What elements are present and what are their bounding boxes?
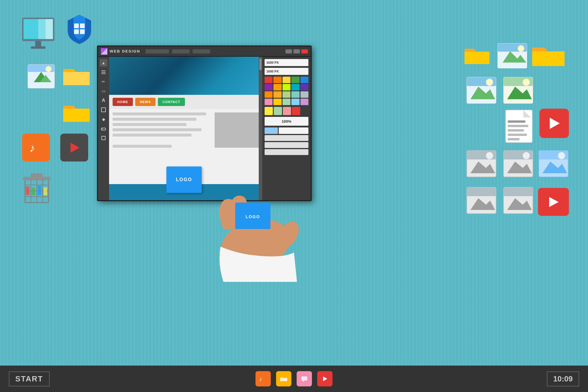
website-content-preview (109, 109, 262, 154)
music-icon[interactable]: ♪ (22, 134, 50, 161)
image-icon-br5[interactable] (503, 186, 534, 214)
svg-rect-54 (508, 125, 528, 127)
sticky-yellow[interactable] (265, 107, 273, 115)
layer-item-2[interactable] (265, 142, 308, 148)
content-line-1 (113, 112, 206, 115)
nav-home-button: HOME (113, 98, 133, 106)
rect-tool[interactable]: ▭ (100, 87, 107, 95)
maximize-button[interactable] (293, 49, 300, 53)
document-icon[interactable] (504, 109, 534, 144)
swatch-amber2[interactable] (273, 91, 281, 98)
monitor-desktop-icon[interactable] (19, 16, 60, 54)
swatch-orange[interactable] (273, 77, 281, 83)
svg-marker-77 (549, 197, 559, 207)
spacer (113, 139, 211, 145)
eraser-tool[interactable] (100, 125, 107, 132)
pen-tool[interactable]: ✏ (100, 78, 107, 85)
image-icon-br1[interactable] (466, 150, 497, 178)
lines-tool[interactable] (100, 68, 107, 76)
website-header-preview (109, 57, 262, 95)
svg-rect-84 (102, 136, 105, 140)
svg-point-20 (46, 66, 51, 72)
swatch-purple[interactable] (265, 84, 273, 90)
width-input[interactable]: 1600 PX (265, 59, 308, 66)
close-button[interactable] (301, 49, 308, 53)
swatch-deep-purple[interactable] (300, 84, 308, 90)
zoom-control[interactable]: 100% (265, 117, 308, 126)
image-icon-br3[interactable] (538, 150, 569, 178)
swatch-green2[interactable] (283, 99, 290, 105)
svg-text:♪: ♪ (259, 376, 262, 382)
layer-white-1[interactable] (279, 127, 308, 134)
content-image-placeholder (215, 112, 259, 148)
swatch-teal[interactable] (291, 91, 299, 98)
svg-point-50 (523, 79, 530, 86)
swatch-orange2[interactable] (265, 91, 273, 98)
shield-desktop-icon[interactable] (65, 13, 94, 46)
layer-item-1[interactable] (265, 135, 308, 141)
sticky-red[interactable] (292, 107, 300, 115)
folder-icon-tl[interactable] (62, 63, 91, 88)
text-tool[interactable]: A (100, 97, 107, 104)
image-icon-rm2[interactable] (503, 76, 534, 104)
swatch-gray[interactable] (300, 91, 308, 98)
swatch-pink[interactable] (265, 99, 273, 105)
start-button[interactable]: START (9, 371, 50, 386)
color-palette (265, 77, 308, 105)
logo-card[interactable]: LOGO (166, 166, 202, 193)
svg-rect-31 (26, 186, 29, 195)
image-icon-br2[interactable] (503, 150, 534, 178)
crop-tool[interactable] (100, 134, 107, 142)
image-icon-r1[interactable] (497, 43, 528, 69)
svg-rect-13 (74, 29, 79, 34)
image-icon-rm1[interactable] (466, 76, 497, 104)
trash-icon[interactable] (21, 170, 56, 208)
taskbar-music-icon[interactable]: ♪ (255, 371, 271, 386)
swatch-lime[interactable] (283, 84, 290, 90)
height-input[interactable]: 1600 PX (265, 68, 308, 75)
taskbar-icons: ♪ (255, 371, 333, 386)
swatch-cyan[interactable] (291, 84, 299, 90)
swatch-yellow2[interactable] (273, 99, 281, 105)
select-tool[interactable]: ▲ (100, 59, 107, 67)
taskbar-play-icon[interactable] (317, 371, 333, 386)
play-icon-br[interactable] (538, 188, 569, 216)
play-icon-right[interactable] (539, 109, 569, 138)
taskbar-folder-icon[interactable] (276, 371, 291, 386)
svg-rect-14 (80, 29, 85, 34)
sticky-red-light[interactable] (283, 107, 291, 115)
image-icon-tl[interactable] (26, 63, 56, 90)
swatch-green[interactable] (291, 77, 299, 83)
swatch-lavender[interactable] (300, 99, 308, 105)
swatch-light-green[interactable] (283, 91, 290, 98)
svg-rect-55 (508, 129, 524, 132)
editor-panel: 1600 PX 1600 PX (262, 57, 311, 200)
scrollbar-thumb[interactable] (259, 58, 262, 70)
svg-rect-9 (35, 41, 41, 47)
editor-scrollbar[interactable] (259, 57, 262, 200)
folder-right-2[interactable] (531, 41, 566, 69)
svg-marker-58 (550, 118, 560, 129)
taskbar-chat-icon[interactable] (297, 371, 312, 386)
swatch-blue[interactable] (300, 77, 308, 83)
layer-item-3[interactable] (265, 149, 308, 155)
folder-icon-tl2[interactable] (62, 100, 91, 125)
play-icon-left[interactable] (60, 134, 88, 161)
swatch-amber[interactable] (273, 84, 281, 90)
svg-rect-1 (301, 376, 307, 381)
layer-blue-1[interactable] (265, 127, 278, 134)
swatch-red[interactable] (265, 77, 273, 83)
svg-rect-10 (31, 46, 46, 49)
shape-tool[interactable] (100, 106, 107, 114)
swatch-light-blue[interactable] (291, 99, 299, 105)
diamond-tool[interactable]: ◆ (100, 115, 107, 123)
minimize-button[interactable] (285, 49, 292, 53)
swatch-yellow[interactable] (283, 77, 290, 83)
svg-rect-32 (32, 188, 35, 195)
nav-contact-button: CONTACT (158, 98, 185, 106)
svg-marker-2 (303, 381, 304, 382)
folder-right-1[interactable] (463, 43, 491, 67)
svg-rect-81 (101, 108, 106, 112)
sticky-green[interactable] (274, 107, 282, 115)
image-icon-br4[interactable] (466, 186, 497, 214)
